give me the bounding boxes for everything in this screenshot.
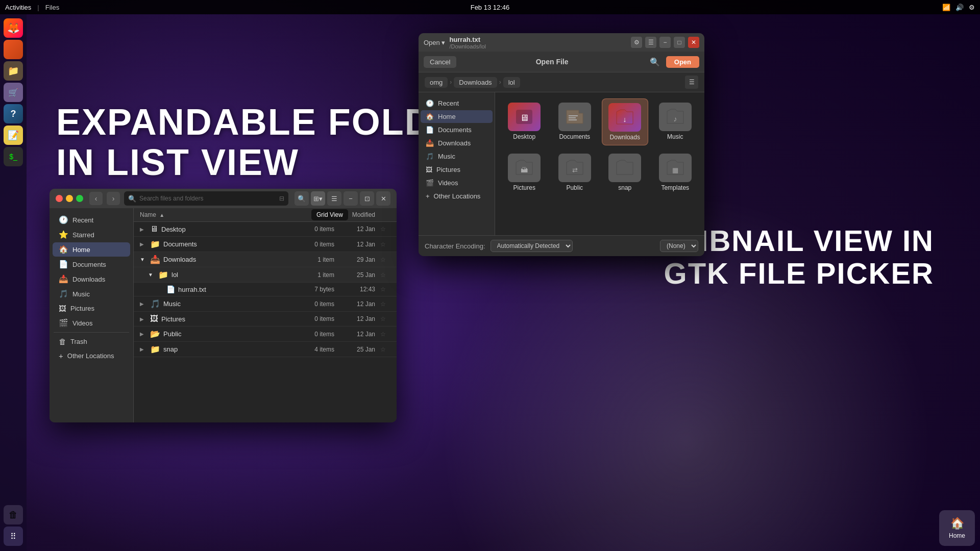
close-view-btn[interactable]: ✕	[376, 191, 390, 206]
sidebar-item-downloads[interactable]: 📥 Downloads	[53, 272, 130, 286]
list-toggle-btn[interactable]: ☰	[645, 37, 656, 48]
dock-terminal[interactable]: $_	[4, 147, 23, 166]
sidebar-item-music[interactable]: 🎵 Music	[53, 287, 130, 301]
view-toggle-btn[interactable]: ⊞▾	[311, 191, 325, 206]
expand-arrow[interactable]: ▶	[140, 316, 148, 322]
breadcrumb-omg[interactable]: omg	[425, 77, 448, 88]
table-row[interactable]: ▶ 🖼 Pictures 0 items 12 Jan ☆	[134, 312, 397, 327]
sidebar-item-recent[interactable]: 🕐 Recent	[53, 213, 130, 227]
open-button[interactable]: Open	[666, 56, 699, 68]
dock-ubuntu[interactable]	[4, 40, 23, 59]
expand-arrow[interactable]: ▶	[140, 331, 148, 337]
minimize-button[interactable]	[66, 195, 73, 202]
sidebar-item-documents[interactable]: 📄 Documents	[53, 257, 130, 271]
dialog-sidebar-home[interactable]: 🏠 Home	[421, 110, 493, 123]
view-list-btn[interactable]: ☰	[685, 76, 698, 89]
folder-item-desktop[interactable]: 🖥 Desktop	[501, 98, 548, 145]
zoom-out-btn[interactable]: −	[344, 191, 358, 206]
list-view-btn[interactable]: ☰	[327, 191, 341, 206]
dialog-sidebar-recent[interactable]: 🕐 Recent	[421, 97, 493, 110]
breadcrumb-downloads[interactable]: Downloads	[454, 77, 497, 88]
activities-label[interactable]: Activities	[5, 4, 31, 11]
folder-item-downloads[interactable]: ↓ Downloads	[602, 98, 648, 145]
dock-trash[interactable]: 🗑	[4, 505, 23, 524]
row-star[interactable]: ☆	[375, 256, 390, 263]
split-view-btn[interactable]: ⊡	[360, 191, 374, 206]
expand-arrow[interactable]: ▶	[140, 227, 148, 232]
trash-icon: 🗑	[59, 337, 66, 346]
row-star[interactable]: ☆	[375, 241, 390, 248]
sidebar-item-starred[interactable]: ⭐ Starred	[53, 228, 130, 242]
expand-arrow[interactable]: ▼	[148, 272, 156, 278]
row-star[interactable]: ☆	[375, 271, 390, 279]
sidebar-item-pictures[interactable]: 🖼 Pictures	[53, 302, 130, 315]
row-star[interactable]: ☆	[375, 226, 390, 233]
dock-apps-grid[interactable]: ⠿	[4, 527, 23, 546]
dialog-sidebar-pictures[interactable]: 🖼 Pictures	[421, 163, 493, 176]
expand-arrow[interactable]: ▼	[140, 257, 148, 262]
folder-item-public[interactable]: ⇄ Public	[552, 149, 598, 195]
table-row[interactable]: ▶ 📁 Documents 0 items 12 Jan ☆	[134, 237, 397, 252]
dialog-sidebar-documents[interactable]: 📄 Documents	[421, 123, 493, 136]
dialog-close-btn[interactable]: ✕	[688, 37, 699, 48]
settings-btn[interactable]: ⚙	[631, 37, 642, 48]
folder-item-pictures[interactable]: 🏔 Pictures	[501, 149, 548, 195]
table-row[interactable]: 📄 hurrah.txt 7 bytes 12:43 ☆	[134, 283, 397, 296]
maximize-button[interactable]	[76, 195, 83, 202]
volume-icon: 🔊	[955, 4, 964, 11]
col-name-header[interactable]: Name ▲	[140, 211, 293, 218]
filter-select[interactable]: (None)	[660, 240, 698, 252]
dialog-sidebar-videos[interactable]: 🎬 Videos	[421, 177, 493, 189]
folder-item-documents[interactable]: Documents	[552, 98, 598, 145]
row-star[interactable]: ☆	[375, 300, 390, 308]
cancel-button[interactable]: Cancel	[424, 56, 456, 68]
sidebar-item-home[interactable]: 🏠 Home	[53, 242, 130, 257]
dialog-sidebar: 🕐 Recent 🏠 Home 📄 Documents 📥 Downloads …	[419, 92, 495, 235]
dock-firefox[interactable]: 🦊	[4, 18, 23, 38]
dialog-sidebar-downloads[interactable]: 📥 Downloads	[421, 137, 493, 149]
dock-help[interactable]: ?	[4, 104, 23, 123]
table-row[interactable]: ▶ 🎵 Music 0 items 12 Jan ☆	[134, 296, 397, 312]
dialog-sidebar-other[interactable]: + Other Locations	[421, 190, 493, 203]
row-star[interactable]: ☆	[375, 286, 390, 293]
system-menu-icon[interactable]: ⚙	[969, 4, 975, 11]
corner-home[interactable]: 🏠 Home	[939, 510, 975, 546]
name-sort: Name	[140, 211, 156, 218]
row-star[interactable]: ☆	[375, 315, 390, 322]
dialog-max-btn[interactable]: □	[674, 37, 685, 48]
search-icon: 🔍	[128, 195, 136, 203]
folder-item-snap[interactable]: snap	[602, 149, 648, 195]
encoding-select[interactable]: Automatically Detected	[491, 240, 573, 252]
expand-arrow[interactable]: ▶	[140, 346, 148, 352]
close-button[interactable]	[56, 195, 63, 202]
sidebar-item-other[interactable]: + Other Locations	[53, 349, 130, 363]
folder-item-templates[interactable]: ▦ Templates	[652, 149, 699, 195]
table-row[interactable]: ▶ 📁 snap 4 items 25 Jan ☆	[134, 342, 397, 357]
table-row[interactable]: ▼ 📥 Downloads 1 item 29 Jan ☆	[134, 252, 397, 267]
row-star[interactable]: ☆	[375, 331, 390, 338]
search-filter-icon[interactable]: ⊟	[279, 195, 284, 202]
table-row[interactable]: ▼ 📁 lol 1 item 25 Jan ☆	[134, 267, 397, 283]
row-star[interactable]: ☆	[375, 346, 390, 353]
other-icon: +	[59, 352, 63, 360]
dock-files[interactable]: 📁	[4, 61, 23, 81]
dialog-search-btn[interactable]: 🔍	[648, 55, 662, 69]
folder-item-music[interactable]: ♪ Music	[652, 98, 699, 145]
dock-notes[interactable]: 📝	[4, 126, 23, 145]
dialog-sidebar-music[interactable]: 🎵 Music	[421, 150, 493, 163]
sidebar-item-trash[interactable]: 🗑 Trash	[53, 335, 130, 348]
open-label[interactable]: Open ▾	[424, 39, 445, 46]
forward-button[interactable]: ›	[107, 192, 120, 205]
search-toggle-btn[interactable]: 🔍	[295, 191, 309, 206]
dialog-min-btn[interactable]: −	[659, 37, 671, 48]
table-row[interactable]: ▶ 🖥 Desktop 0 items 12 Jan ☆	[134, 222, 397, 237]
expand-arrow[interactable]: ▶	[140, 301, 148, 307]
table-row[interactable]: ▶ 📂 Public 0 items 12 Jan ☆	[134, 327, 397, 342]
search-bar[interactable]: 🔍 Search files and folders ⊟	[124, 191, 288, 206]
breadcrumb-lol[interactable]: lol	[503, 77, 520, 88]
sidebar-item-videos[interactable]: 🎬 Videos	[53, 316, 130, 330]
folder-thumb-music: ♪	[659, 103, 692, 131]
back-button[interactable]: ‹	[89, 192, 103, 205]
expand-arrow[interactable]: ▶	[140, 241, 148, 247]
dock-software[interactable]: 🛒	[4, 83, 23, 102]
